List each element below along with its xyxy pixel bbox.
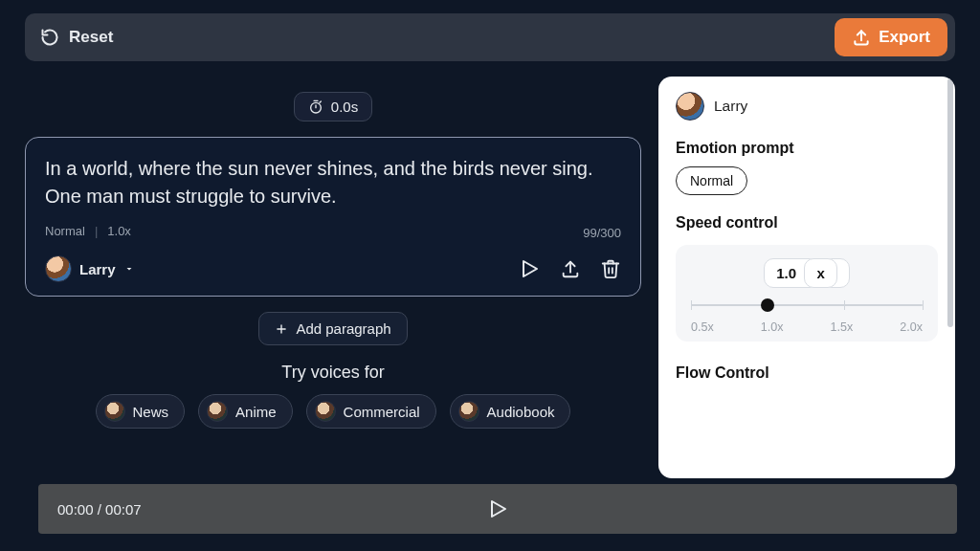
voice-selector[interactable]: Larry	[45, 255, 135, 282]
plus-icon	[275, 322, 288, 336]
voice-chip-commercial[interactable]: Commercial	[306, 394, 436, 429]
top-bar: Reset Export	[25, 13, 955, 61]
add-paragraph-label: Add paragraph	[296, 320, 390, 337]
paragraph-text[interactable]: In a world, where the sun never shines, …	[45, 155, 621, 210]
time-total: 00:07	[105, 501, 142, 518]
upload-icon	[852, 28, 871, 47]
voice-category-chips: News Anime Commercial Audiobook	[96, 394, 571, 429]
voice-chip-news[interactable]: News	[96, 394, 186, 429]
flow-section-title: Flow Control	[676, 364, 938, 382]
speed-control-box: 1.0 x 0.5x 1.0x 1.5x 2.0x	[676, 245, 938, 342]
slider-label: 2.0x	[900, 320, 923, 334]
export-paragraph-button[interactable]	[560, 258, 581, 279]
voice-chip-avatar	[458, 401, 479, 422]
speed-value-display: 1.0 x	[691, 258, 923, 288]
slider-labels: 0.5x 1.0x 1.5x 2.0x	[691, 320, 923, 334]
chevron-down-icon	[123, 263, 135, 275]
voice-chip-label: Commercial	[344, 404, 420, 420]
playback-time: 00:00 / 00:07	[57, 501, 142, 518]
speed-slider[interactable]	[691, 292, 923, 319]
reset-button[interactable]: Reset	[40, 28, 113, 47]
settings-panel: Larry Emotion prompt Normal Speed contro…	[658, 77, 955, 478]
slider-label: 1.0x	[761, 320, 784, 334]
paragraph-editor[interactable]: In a world, where the sun never shines, …	[25, 137, 641, 297]
voice-chip-anime[interactable]: Anime	[198, 394, 293, 429]
scrollbar-thumb[interactable]	[947, 78, 953, 327]
voice-chip-avatar	[207, 401, 228, 422]
slider-label: 0.5x	[691, 320, 714, 334]
paragraph-meta: Normal | 1.0x	[45, 224, 621, 238]
reset-icon	[40, 28, 59, 47]
slider-knob[interactable]	[761, 298, 774, 312]
slider-label: 1.5x	[831, 320, 854, 334]
stopwatch-icon	[308, 99, 323, 115]
voice-chip-avatar	[104, 401, 125, 422]
reset-label: Reset	[69, 28, 113, 47]
voice-avatar	[45, 255, 72, 282]
playback-bar: 00:00 / 00:07	[38, 484, 957, 534]
add-paragraph-button[interactable]: Add paragraph	[258, 312, 407, 345]
paragraph-emotion: Normal	[45, 224, 85, 238]
slider-tick	[844, 300, 845, 310]
settings-voice-header[interactable]: Larry	[676, 92, 938, 121]
settings-voice-name: Larry	[714, 98, 747, 115]
voice-chip-label: Anime	[235, 404, 277, 420]
voice-chip-audiobook[interactable]: Audiobook	[450, 394, 571, 429]
duration-pill[interactable]: 0.0s	[294, 92, 372, 121]
emotion-value-pill[interactable]: Normal	[676, 166, 747, 195]
slider-tick	[691, 300, 692, 310]
play-button[interactable]	[486, 497, 509, 520]
time-current: 00:00	[57, 501, 94, 518]
meta-separator: |	[95, 224, 98, 238]
export-label: Export	[879, 28, 930, 47]
voice-chip-label: Audiobook	[487, 404, 555, 420]
delete-paragraph-button[interactable]	[600, 258, 621, 279]
voice-chip-avatar	[315, 401, 336, 422]
main-area: 0.0s In a world, where the sun never shi…	[25, 77, 955, 478]
svg-line-4	[320, 101, 321, 102]
paragraph-footer: Larry	[45, 255, 621, 282]
svg-marker-5	[523, 261, 537, 276]
char-count: 99/300	[583, 226, 621, 240]
paragraph-speed: 1.0x	[107, 224, 131, 238]
export-button[interactable]: Export	[835, 18, 947, 56]
duration-value: 0.0s	[331, 99, 358, 115]
voice-chip-label: News	[133, 404, 169, 420]
slider-track	[691, 304, 923, 306]
speed-value-badge: 1.0 x	[764, 258, 850, 288]
voice-name: Larry	[79, 261, 116, 277]
play-paragraph-button[interactable]	[518, 257, 541, 280]
slider-tick	[923, 300, 924, 310]
try-voices-title: Try voices for	[281, 363, 384, 383]
left-column: 0.0s In a world, where the sun never shi…	[25, 77, 641, 478]
svg-marker-9	[492, 501, 505, 517]
settings-voice-avatar	[676, 92, 704, 121]
speed-section-title: Speed control	[676, 214, 938, 231]
paragraph-actions	[518, 257, 621, 280]
panel-scrollbar[interactable]	[946, 77, 955, 478]
emotion-section-title: Emotion prompt	[676, 140, 938, 157]
